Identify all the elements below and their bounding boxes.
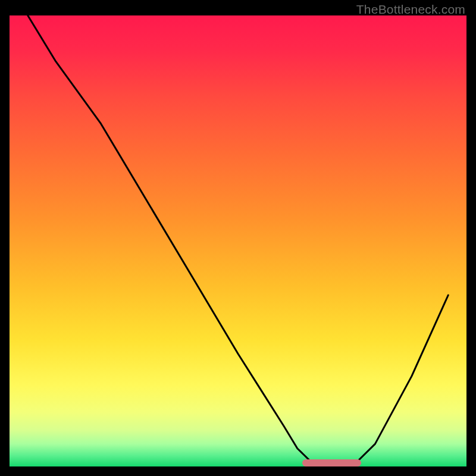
chart-frame — [10, 15, 466, 466]
optimal-range-marker — [302, 459, 362, 466]
bottleneck-chart — [10, 15, 466, 466]
watermark-text: TheBottleneck.com — [356, 2, 465, 17]
gradient-background — [10, 15, 466, 466]
